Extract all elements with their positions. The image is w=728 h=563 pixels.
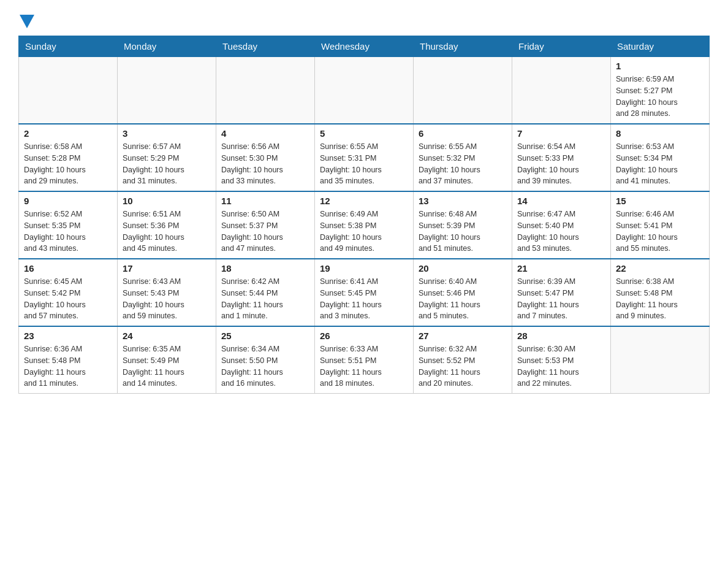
- calendar-cell: 21Sunrise: 6:39 AM Sunset: 5:47 PM Dayli…: [512, 259, 611, 326]
- day-info: Sunrise: 6:57 AM Sunset: 5:29 PM Dayligh…: [123, 141, 211, 187]
- day-info: Sunrise: 6:46 AM Sunset: 5:41 PM Dayligh…: [616, 209, 704, 255]
- page-header: [18, 12, 710, 26]
- day-number: 6: [419, 128, 507, 139]
- calendar-week-row: 23Sunrise: 6:36 AM Sunset: 5:48 PM Dayli…: [19, 326, 710, 394]
- day-number: 4: [221, 128, 309, 139]
- day-info: Sunrise: 6:38 AM Sunset: 5:48 PM Dayligh…: [616, 276, 704, 322]
- calendar-cell: [512, 57, 611, 124]
- day-info: Sunrise: 6:51 AM Sunset: 5:36 PM Dayligh…: [123, 209, 211, 255]
- day-number: 24: [123, 331, 211, 341]
- calendar-cell: 6Sunrise: 6:55 AM Sunset: 5:32 PM Daylig…: [414, 124, 512, 191]
- day-info: Sunrise: 6:54 AM Sunset: 5:33 PM Dayligh…: [517, 141, 605, 187]
- day-info: Sunrise: 6:35 AM Sunset: 5:49 PM Dayligh…: [123, 343, 211, 389]
- day-info: Sunrise: 6:53 AM Sunset: 5:34 PM Dayligh…: [616, 141, 704, 187]
- day-info: Sunrise: 6:42 AM Sunset: 5:44 PM Dayligh…: [221, 276, 309, 322]
- calendar-cell: 27Sunrise: 6:32 AM Sunset: 5:52 PM Dayli…: [414, 326, 512, 394]
- calendar-cell: [118, 57, 216, 124]
- day-info: Sunrise: 6:55 AM Sunset: 5:32 PM Dayligh…: [419, 141, 507, 187]
- day-number: 3: [123, 128, 211, 139]
- day-info: Sunrise: 6:59 AM Sunset: 5:27 PM Dayligh…: [616, 74, 704, 120]
- calendar-cell: 24Sunrise: 6:35 AM Sunset: 5:49 PM Dayli…: [118, 326, 216, 394]
- day-info: Sunrise: 6:41 AM Sunset: 5:45 PM Dayligh…: [320, 276, 408, 322]
- calendar-cell: 16Sunrise: 6:45 AM Sunset: 5:42 PM Dayli…: [19, 259, 118, 326]
- calendar-cell: 1Sunrise: 6:59 AM Sunset: 5:27 PM Daylig…: [611, 57, 710, 124]
- calendar-cell: 13Sunrise: 6:48 AM Sunset: 5:39 PM Dayli…: [414, 191, 512, 259]
- calendar-cell: 17Sunrise: 6:43 AM Sunset: 5:43 PM Dayli…: [118, 259, 216, 326]
- calendar-cell: 19Sunrise: 6:41 AM Sunset: 5:45 PM Dayli…: [315, 259, 414, 326]
- calendar-cell: 26Sunrise: 6:33 AM Sunset: 5:51 PM Dayli…: [315, 326, 414, 394]
- calendar-cell: 22Sunrise: 6:38 AM Sunset: 5:48 PM Dayli…: [611, 259, 710, 326]
- day-info: Sunrise: 6:55 AM Sunset: 5:31 PM Dayligh…: [320, 141, 408, 187]
- calendar-cell: [315, 57, 414, 124]
- calendar-cell: 20Sunrise: 6:40 AM Sunset: 5:46 PM Dayli…: [414, 259, 512, 326]
- day-info: Sunrise: 6:49 AM Sunset: 5:38 PM Dayligh…: [320, 209, 408, 255]
- calendar-cell: 5Sunrise: 6:55 AM Sunset: 5:31 PM Daylig…: [315, 124, 414, 191]
- calendar-cell: 3Sunrise: 6:57 AM Sunset: 5:29 PM Daylig…: [118, 124, 216, 191]
- day-number: 2: [24, 128, 112, 139]
- calendar-cell: 2Sunrise: 6:58 AM Sunset: 5:28 PM Daylig…: [19, 124, 118, 191]
- day-number: 8: [616, 128, 704, 139]
- day-number: 13: [419, 196, 507, 206]
- calendar-cell: 10Sunrise: 6:51 AM Sunset: 5:36 PM Dayli…: [118, 191, 216, 259]
- day-info: Sunrise: 6:34 AM Sunset: 5:50 PM Dayligh…: [221, 343, 309, 389]
- day-number: 28: [517, 331, 605, 341]
- day-info: Sunrise: 6:56 AM Sunset: 5:30 PM Dayligh…: [221, 141, 309, 187]
- calendar-cell: [414, 57, 512, 124]
- day-info: Sunrise: 6:52 AM Sunset: 5:35 PM Dayligh…: [24, 209, 112, 255]
- calendar-week-row: 2Sunrise: 6:58 AM Sunset: 5:28 PM Daylig…: [19, 124, 710, 191]
- calendar-cell: 11Sunrise: 6:50 AM Sunset: 5:37 PM Dayli…: [216, 191, 315, 259]
- day-number: 26: [320, 331, 408, 341]
- calendar-header-saturday: Saturday: [611, 36, 710, 57]
- calendar-header-wednesday: Wednesday: [315, 36, 414, 57]
- day-info: Sunrise: 6:43 AM Sunset: 5:43 PM Dayligh…: [123, 276, 211, 322]
- logo: [18, 12, 36, 26]
- day-number: 19: [320, 263, 408, 274]
- day-number: 23: [24, 331, 112, 341]
- day-number: 25: [221, 331, 309, 341]
- day-info: Sunrise: 6:39 AM Sunset: 5:47 PM Dayligh…: [517, 276, 605, 322]
- day-info: Sunrise: 6:50 AM Sunset: 5:37 PM Dayligh…: [221, 209, 309, 255]
- day-number: 20: [419, 263, 507, 274]
- calendar-cell: 15Sunrise: 6:46 AM Sunset: 5:41 PM Dayli…: [611, 191, 710, 259]
- calendar-cell: 14Sunrise: 6:47 AM Sunset: 5:40 PM Dayli…: [512, 191, 611, 259]
- day-number: 12: [320, 196, 408, 206]
- calendar-cell: [611, 326, 710, 394]
- calendar-header-row: SundayMondayTuesdayWednesdayThursdayFrid…: [19, 36, 710, 57]
- day-number: 5: [320, 128, 408, 139]
- day-info: Sunrise: 6:32 AM Sunset: 5:52 PM Dayligh…: [419, 343, 507, 389]
- day-number: 11: [221, 196, 309, 206]
- calendar-cell: [19, 57, 118, 124]
- day-info: Sunrise: 6:33 AM Sunset: 5:51 PM Dayligh…: [320, 343, 408, 389]
- day-info: Sunrise: 6:47 AM Sunset: 5:40 PM Dayligh…: [517, 209, 605, 255]
- day-info: Sunrise: 6:30 AM Sunset: 5:53 PM Dayligh…: [517, 343, 605, 389]
- calendar-cell: 28Sunrise: 6:30 AM Sunset: 5:53 PM Dayli…: [512, 326, 611, 394]
- day-number: 10: [123, 196, 211, 206]
- day-info: Sunrise: 6:45 AM Sunset: 5:42 PM Dayligh…: [24, 276, 112, 322]
- calendar-week-row: 9Sunrise: 6:52 AM Sunset: 5:35 PM Daylig…: [19, 191, 710, 259]
- day-number: 27: [419, 331, 507, 341]
- day-number: 17: [123, 263, 211, 274]
- calendar-header-sunday: Sunday: [19, 36, 118, 57]
- day-info: Sunrise: 6:40 AM Sunset: 5:46 PM Dayligh…: [419, 276, 507, 322]
- calendar-cell: [216, 57, 315, 124]
- calendar-header-friday: Friday: [512, 36, 611, 57]
- day-number: 21: [517, 263, 605, 274]
- logo-triangle-icon: [20, 15, 34, 28]
- day-number: 14: [517, 196, 605, 206]
- calendar-header-thursday: Thursday: [414, 36, 512, 57]
- day-info: Sunrise: 6:36 AM Sunset: 5:48 PM Dayligh…: [24, 343, 112, 389]
- day-number: 15: [616, 196, 704, 206]
- day-number: 18: [221, 263, 309, 274]
- calendar-cell: 7Sunrise: 6:54 AM Sunset: 5:33 PM Daylig…: [512, 124, 611, 191]
- calendar-cell: 23Sunrise: 6:36 AM Sunset: 5:48 PM Dayli…: [19, 326, 118, 394]
- calendar-header-monday: Monday: [118, 36, 216, 57]
- day-number: 9: [24, 196, 112, 206]
- day-number: 22: [616, 263, 704, 274]
- calendar-cell: 4Sunrise: 6:56 AM Sunset: 5:30 PM Daylig…: [216, 124, 315, 191]
- calendar-week-row: 1Sunrise: 6:59 AM Sunset: 5:27 PM Daylig…: [19, 57, 710, 124]
- calendar-cell: 9Sunrise: 6:52 AM Sunset: 5:35 PM Daylig…: [19, 191, 118, 259]
- calendar-cell: 18Sunrise: 6:42 AM Sunset: 5:44 PM Dayli…: [216, 259, 315, 326]
- calendar-week-row: 16Sunrise: 6:45 AM Sunset: 5:42 PM Dayli…: [19, 259, 710, 326]
- day-number: 1: [616, 61, 704, 71]
- calendar-table: SundayMondayTuesdayWednesdayThursdayFrid…: [18, 36, 710, 394]
